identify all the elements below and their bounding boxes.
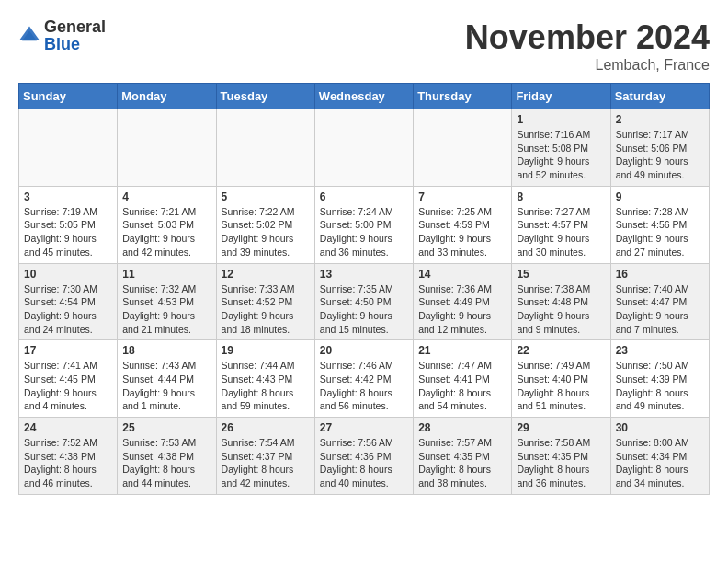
calendar-cell: 15Sunrise: 7:38 AM Sunset: 4:48 PM Dayli… bbox=[512, 263, 610, 340]
calendar-cell: 7Sunrise: 7:25 AM Sunset: 4:59 PM Daylig… bbox=[414, 186, 512, 263]
day-number: 4 bbox=[122, 190, 210, 203]
day-number: 6 bbox=[320, 190, 408, 203]
day-info: Sunrise: 7:49 AM Sunset: 4:40 PM Dayligh… bbox=[517, 359, 605, 413]
day-number: 20 bbox=[320, 344, 408, 357]
day-info: Sunrise: 7:52 AM Sunset: 4:38 PM Dayligh… bbox=[24, 436, 112, 490]
day-number: 17 bbox=[24, 344, 112, 357]
week-row-3: 17Sunrise: 7:41 AM Sunset: 4:45 PM Dayli… bbox=[19, 340, 710, 418]
day-number: 16 bbox=[616, 268, 704, 281]
day-number: 5 bbox=[222, 190, 310, 203]
day-info: Sunrise: 7:33 AM Sunset: 4:52 PM Dayligh… bbox=[222, 282, 310, 337]
day-number: 13 bbox=[320, 268, 408, 281]
header-saturday: Saturday bbox=[610, 84, 709, 109]
calendar-cell: 29Sunrise: 7:58 AM Sunset: 4:35 PM Dayli… bbox=[512, 418, 610, 495]
week-row-2: 10Sunrise: 7:30 AM Sunset: 4:54 PM Dayli… bbox=[19, 263, 710, 340]
day-info: Sunrise: 7:27 AM Sunset: 4:57 PM Dayligh… bbox=[517, 205, 605, 259]
location-title: Lembach, France bbox=[465, 57, 710, 74]
day-info: Sunrise: 7:46 AM Sunset: 4:42 PM Dayligh… bbox=[320, 359, 408, 413]
calendar-cell: 26Sunrise: 7:54 AM Sunset: 4:37 PM Dayli… bbox=[216, 418, 314, 495]
day-info: Sunrise: 7:21 AM Sunset: 5:03 PM Dayligh… bbox=[122, 205, 210, 259]
calendar-cell: 13Sunrise: 7:35 AM Sunset: 4:50 PM Dayli… bbox=[314, 263, 413, 340]
calendar-cell: 19Sunrise: 7:44 AM Sunset: 4:43 PM Dayli… bbox=[216, 340, 314, 418]
calendar-cell: 24Sunrise: 7:52 AM Sunset: 4:38 PM Dayli… bbox=[19, 418, 118, 495]
calendar-cell bbox=[118, 109, 216, 187]
month-title: November 2024 bbox=[465, 18, 710, 57]
day-info: Sunrise: 7:38 AM Sunset: 4:48 PM Dayligh… bbox=[517, 282, 605, 337]
calendar-cell: 16Sunrise: 7:40 AM Sunset: 4:47 PM Dayli… bbox=[610, 263, 709, 340]
day-info: Sunrise: 7:35 AM Sunset: 4:50 PM Dayligh… bbox=[320, 282, 408, 337]
calendar-cell: 28Sunrise: 7:57 AM Sunset: 4:35 PM Dayli… bbox=[414, 418, 512, 495]
logo-blue-text: Blue bbox=[44, 35, 80, 53]
day-number: 21 bbox=[418, 344, 506, 357]
day-number: 28 bbox=[418, 421, 506, 434]
calendar-cell bbox=[414, 109, 512, 187]
calendar-cell: 23Sunrise: 7:50 AM Sunset: 4:39 PM Dayli… bbox=[610, 340, 709, 418]
header-sunday: Sunday bbox=[19, 84, 118, 109]
week-row-0: 1Sunrise: 7:16 AM Sunset: 5:08 PM Daylig… bbox=[19, 109, 710, 187]
header-wednesday: Wednesday bbox=[314, 84, 413, 109]
day-info: Sunrise: 7:54 AM Sunset: 4:37 PM Dayligh… bbox=[222, 436, 310, 490]
calendar-cell: 20Sunrise: 7:46 AM Sunset: 4:42 PM Dayli… bbox=[314, 340, 413, 418]
day-info: Sunrise: 7:57 AM Sunset: 4:35 PM Dayligh… bbox=[418, 436, 506, 490]
calendar-cell: 12Sunrise: 7:33 AM Sunset: 4:52 PM Dayli… bbox=[216, 263, 314, 340]
day-info: Sunrise: 7:17 AM Sunset: 5:06 PM Dayligh… bbox=[616, 128, 704, 182]
day-number: 18 bbox=[122, 344, 210, 357]
day-number: 11 bbox=[122, 268, 210, 281]
calendar-cell: 25Sunrise: 7:53 AM Sunset: 4:38 PM Dayli… bbox=[118, 418, 216, 495]
day-info: Sunrise: 7:58 AM Sunset: 4:35 PM Dayligh… bbox=[517, 436, 605, 490]
day-info: Sunrise: 7:25 AM Sunset: 4:59 PM Dayligh… bbox=[418, 205, 506, 259]
day-number: 26 bbox=[222, 421, 310, 434]
title-block: November 2024 Lembach, France bbox=[465, 18, 710, 74]
calendar-cell: 30Sunrise: 8:00 AM Sunset: 4:34 PM Dayli… bbox=[610, 418, 709, 495]
day-number: 2 bbox=[616, 113, 704, 126]
week-row-1: 3Sunrise: 7:19 AM Sunset: 5:05 PM Daylig… bbox=[19, 186, 710, 263]
week-row-4: 24Sunrise: 7:52 AM Sunset: 4:38 PM Dayli… bbox=[19, 418, 710, 495]
day-number: 27 bbox=[320, 421, 408, 434]
day-number: 8 bbox=[517, 190, 605, 203]
day-info: Sunrise: 7:28 AM Sunset: 4:56 PM Dayligh… bbox=[616, 205, 704, 259]
calendar-cell: 8Sunrise: 7:27 AM Sunset: 4:57 PM Daylig… bbox=[512, 186, 610, 263]
header-monday: Monday bbox=[118, 84, 216, 109]
day-info: Sunrise: 7:32 AM Sunset: 4:53 PM Dayligh… bbox=[122, 282, 210, 337]
day-number: 29 bbox=[517, 421, 605, 434]
logo-general-text: General bbox=[44, 17, 106, 36]
day-number: 12 bbox=[222, 268, 310, 281]
calendar-cell: 9Sunrise: 7:28 AM Sunset: 4:56 PM Daylig… bbox=[610, 186, 709, 263]
logo: General Blue bbox=[18, 18, 106, 53]
header-thursday: Thursday bbox=[414, 84, 512, 109]
calendar-cell: 18Sunrise: 7:43 AM Sunset: 4:44 PM Dayli… bbox=[118, 340, 216, 418]
day-info: Sunrise: 7:43 AM Sunset: 4:44 PM Dayligh… bbox=[122, 359, 210, 413]
calendar-cell: 14Sunrise: 7:36 AM Sunset: 4:49 PM Dayli… bbox=[414, 263, 512, 340]
day-info: Sunrise: 7:41 AM Sunset: 4:45 PM Dayligh… bbox=[24, 359, 112, 413]
day-number: 1 bbox=[517, 113, 605, 126]
day-info: Sunrise: 7:40 AM Sunset: 4:47 PM Dayligh… bbox=[616, 282, 704, 337]
day-number: 23 bbox=[616, 344, 704, 357]
header-friday: Friday bbox=[512, 84, 610, 109]
day-number: 24 bbox=[24, 421, 112, 434]
day-number: 10 bbox=[24, 268, 112, 281]
calendar-cell: 22Sunrise: 7:49 AM Sunset: 4:40 PM Dayli… bbox=[512, 340, 610, 418]
day-info: Sunrise: 7:50 AM Sunset: 4:39 PM Dayligh… bbox=[616, 359, 704, 413]
day-number: 25 bbox=[122, 421, 210, 434]
day-info: Sunrise: 7:44 AM Sunset: 4:43 PM Dayligh… bbox=[222, 359, 310, 413]
day-number: 3 bbox=[24, 190, 112, 203]
day-info: Sunrise: 7:16 AM Sunset: 5:08 PM Dayligh… bbox=[517, 128, 605, 182]
calendar-header-row: SundayMondayTuesdayWednesdayThursdayFrid… bbox=[19, 84, 710, 109]
calendar-cell: 17Sunrise: 7:41 AM Sunset: 4:45 PM Dayli… bbox=[19, 340, 118, 418]
day-info: Sunrise: 7:36 AM Sunset: 4:49 PM Dayligh… bbox=[418, 282, 506, 337]
day-number: 9 bbox=[616, 190, 704, 203]
calendar-cell bbox=[19, 109, 118, 187]
header-tuesday: Tuesday bbox=[216, 84, 314, 109]
calendar-cell: 3Sunrise: 7:19 AM Sunset: 5:05 PM Daylig… bbox=[19, 186, 118, 263]
page-header: General Blue November 2024 Lembach, Fran… bbox=[18, 18, 710, 74]
day-info: Sunrise: 7:19 AM Sunset: 5:05 PM Dayligh… bbox=[24, 205, 112, 259]
calendar-cell: 11Sunrise: 7:32 AM Sunset: 4:53 PM Dayli… bbox=[118, 263, 216, 340]
calendar-cell: 6Sunrise: 7:24 AM Sunset: 5:00 PM Daylig… bbox=[314, 186, 413, 263]
calendar-cell: 1Sunrise: 7:16 AM Sunset: 5:08 PM Daylig… bbox=[512, 109, 610, 187]
day-number: 19 bbox=[222, 344, 310, 357]
calendar-cell: 2Sunrise: 7:17 AM Sunset: 5:06 PM Daylig… bbox=[610, 109, 709, 187]
day-number: 7 bbox=[418, 190, 506, 203]
day-info: Sunrise: 7:22 AM Sunset: 5:02 PM Dayligh… bbox=[222, 205, 310, 259]
calendar-table: SundayMondayTuesdayWednesdayThursdayFrid… bbox=[18, 83, 710, 495]
calendar-cell: 27Sunrise: 7:56 AM Sunset: 4:36 PM Dayli… bbox=[314, 418, 413, 495]
